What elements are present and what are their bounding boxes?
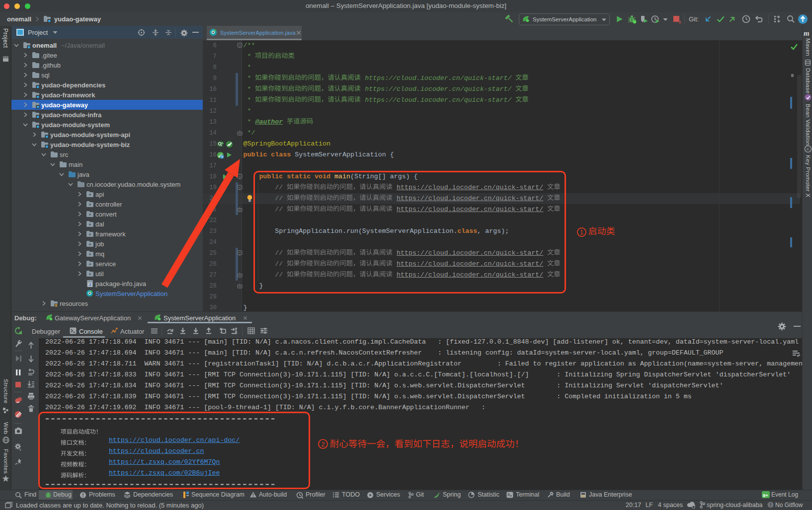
svg-text:K: K [807,147,810,151]
svg-text:1: 1 [580,229,583,236]
svg-text:2: 2 [321,440,325,448]
svg-text:J: J [89,283,91,287]
